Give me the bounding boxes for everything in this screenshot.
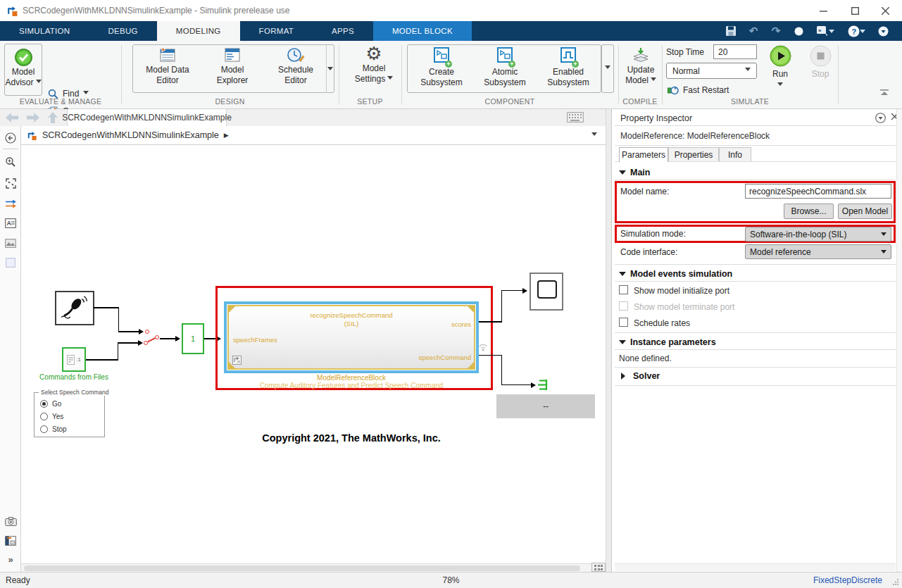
- tab-parameters[interactable]: Parameters: [619, 147, 668, 162]
- breadcrumb[interactable]: SCRCodegenWithMKLDNNSimulinkExample: [42, 130, 219, 140]
- save-icon[interactable]: [725, 25, 737, 37]
- resize-grip-icon[interactable]: [892, 578, 899, 585]
- close-button[interactable]: [871, 3, 899, 18]
- zoom-in-icon[interactable]: [4, 156, 17, 168]
- undo-icon[interactable]: ↶: [747, 25, 760, 37]
- browse-button[interactable]: Browse...: [784, 204, 834, 219]
- radio-button-selected[interactable]: [40, 400, 48, 408]
- help-dropdown-caret[interactable]: [860, 30, 865, 36]
- section-main[interactable]: Main: [619, 167, 650, 178]
- display-block[interactable]: --: [496, 394, 595, 418]
- design-gallery-caret[interactable]: [327, 65, 333, 75]
- radio-button[interactable]: [40, 425, 48, 433]
- model-reference-block[interactable]: recognizeSpeechCommand (SIL) speechFrame…: [224, 301, 479, 373]
- help-icon[interactable]: ?: [846, 25, 867, 37]
- panel-hscrollbar[interactable]: [615, 563, 896, 571]
- viewport-widget[interactable]: [591, 563, 606, 572]
- section-solver[interactable]: Solver: [619, 371, 660, 381]
- section-model-events[interactable]: Model events simulation: [619, 268, 732, 280]
- record-icon[interactable]: [792, 25, 805, 37]
- component-gallery-caret[interactable]: [601, 44, 614, 93]
- tab-properties[interactable]: Properties: [668, 147, 719, 162]
- model-data-editor-icon: [158, 46, 177, 63]
- model-name-input[interactable]: recognizeSpeechCommand.slx: [745, 184, 891, 199]
- area-box-icon[interactable]: [4, 256, 17, 269]
- checkbox-show-initialize-port[interactable]: [619, 285, 628, 294]
- property-inspector-panel: Property Inspector ModelReference: Model…: [611, 109, 902, 572]
- checkbox-schedule-rates[interactable]: [619, 318, 628, 327]
- radio-option-yes[interactable]: Yes: [40, 413, 63, 420]
- copyright-annotation: Copyright 2021, The MathWorks, Inc.: [224, 432, 479, 444]
- palette-more-icon[interactable]: »: [4, 553, 17, 565]
- commands-from-files-block[interactable]: :1: [62, 347, 86, 372]
- create-subsystem-button[interactable]: + Create Subsystem: [410, 44, 473, 88]
- radio-option-stop[interactable]: Stop: [40, 425, 67, 433]
- fast-restart-button[interactable]: Fast Restart: [668, 83, 729, 97]
- enabled-subsystem-label-2: Subsystem: [547, 77, 589, 88]
- tab-info[interactable]: Info: [719, 147, 751, 162]
- annotation-icon[interactable]: A: [4, 217, 17, 230]
- fit-to-view-icon[interactable]: [4, 177, 17, 189]
- model-browser-icon[interactable]: [4, 534, 17, 547]
- tab-model-block[interactable]: MODEL BLOCK: [373, 21, 472, 41]
- tab-apps[interactable]: APPS: [313, 21, 373, 41]
- image-icon[interactable]: [4, 237, 17, 249]
- radio-button[interactable]: [40, 413, 48, 420]
- keyboard-icon[interactable]: [567, 112, 584, 123]
- switch-port-out[interactable]: [155, 335, 159, 339]
- model-settings-button[interactable]: ⚙ Model Settings: [346, 44, 401, 85]
- updates-icon[interactable]: [877, 25, 889, 37]
- document-tab[interactable]: SCRCodegenWithMKLDNNSimulinkExample: [67, 109, 227, 126]
- maximize-button[interactable]: [841, 3, 869, 18]
- commands-from-files-label[interactable]: Commands from Files: [39, 373, 109, 381]
- tab-debug[interactable]: DEBUG: [89, 21, 156, 41]
- open-model-button[interactable]: Open Model: [838, 204, 892, 219]
- switch-port-top[interactable]: [145, 330, 149, 334]
- audio-device-reader-block[interactable]: [55, 291, 94, 325]
- stop-time-input[interactable]: 20: [713, 44, 757, 59]
- tab-modeling[interactable]: MODELING: [157, 21, 240, 41]
- panel-menu-icon[interactable]: [875, 113, 886, 125]
- forward-icon[interactable]: [26, 113, 40, 123]
- run-button[interactable]: Run: [766, 44, 794, 89]
- atomic-subsystem-button[interactable]: + Atomic Subsystem: [473, 44, 537, 88]
- screenshot-camera-icon[interactable]: [4, 515, 17, 527]
- collapse-ribbon-icon[interactable]: [879, 89, 890, 99]
- redo-icon[interactable]: ↷: [770, 25, 782, 37]
- breadcrumb-arrow-icon[interactable]: ▶: [224, 132, 229, 139]
- scrollbar-thumb[interactable]: [24, 565, 580, 571]
- run-caret[interactable]: [777, 82, 783, 89]
- radio-option-go[interactable]: Go: [40, 400, 61, 408]
- panel-splitter[interactable]: [606, 109, 611, 572]
- model-ref-title: recognizeSpeechCommand: [229, 311, 474, 320]
- hide-explorer-bar-icon[interactable]: [4, 132, 17, 144]
- canvas-hscrollbar[interactable]: [21, 563, 606, 572]
- status-solver[interactable]: FixedStepDiscrete: [813, 575, 882, 585]
- simulation-mode-select[interactable]: Software-in-the-loop (SIL): [745, 227, 891, 242]
- model-advisor-button[interactable]: Model Advisor: [4, 44, 42, 96]
- scope-block[interactable]: [530, 273, 563, 311]
- stop-button[interactable]: Stop: [806, 44, 834, 80]
- up-icon[interactable]: [47, 112, 58, 123]
- buffer-block[interactable]: 1: [182, 323, 204, 354]
- svg-text:?: ?: [851, 27, 856, 35]
- model-data-editor-button[interactable]: Model Data Editor: [135, 44, 200, 86]
- display-port-icon[interactable]: [537, 379, 549, 391]
- simulation-mode-dropdown[interactable]: Normal: [666, 63, 757, 79]
- minimize-button[interactable]: [809, 3, 837, 18]
- export-dropdown-caret[interactable]: [829, 30, 834, 36]
- tab-simulation[interactable]: SIMULATION: [0, 21, 89, 41]
- panel-vscrollbar[interactable]: [896, 109, 902, 572]
- export-screenshot-icon[interactable]: »: [815, 25, 836, 37]
- tab-format[interactable]: FORMAT: [240, 21, 313, 41]
- section-instance-parameters[interactable]: Instance parameters: [619, 337, 716, 348]
- enabled-subsystem-button[interactable]: + Enabled Subsystem: [537, 44, 600, 88]
- breadcrumb-dropdown-caret[interactable]: [591, 132, 597, 139]
- code-interface-select[interactable]: Model reference: [745, 244, 891, 259]
- back-icon[interactable]: [5, 113, 19, 123]
- update-model-button[interactable]: Update Model: [622, 44, 659, 86]
- signal-arrows-icon[interactable]: [4, 197, 17, 210]
- model-explorer-button[interactable]: Model Explorer: [200, 44, 265, 86]
- model-block-name[interactable]: ModelReferenceBlock: [224, 374, 479, 382]
- schedule-editor-button[interactable]: Schedule Editor: [265, 44, 327, 86]
